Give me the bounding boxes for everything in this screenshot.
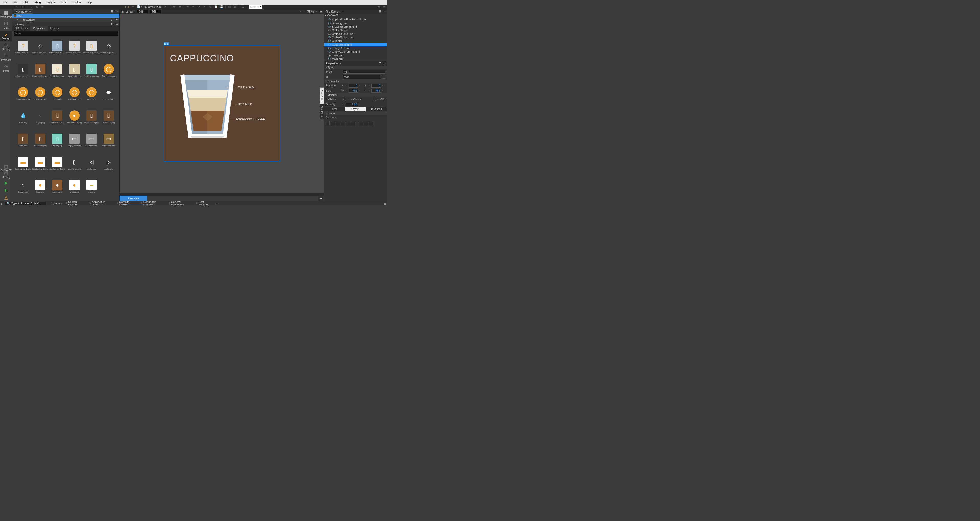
doc-next-icon[interactable]: › — [128, 5, 129, 9]
nav-back-icon[interactable]: ← — [15, 5, 19, 9]
save-icon[interactable]: 💾 — [220, 5, 223, 9]
resource-item[interactable]: ●white.png — [66, 177, 83, 196]
output-tab[interactable]: 1 Issues — [51, 200, 62, 206]
resource-item[interactable]: ○brown.png — [15, 177, 32, 196]
redo-icon[interactable]: ↷ — [192, 5, 195, 9]
resource-item[interactable]: ▯coffee_cup_back.png — [49, 38, 66, 57]
tool-1-icon[interactable]: ▭ — [172, 5, 176, 9]
fs-tool-icon[interactable]: ⊞ — [379, 10, 381, 13]
section-layout[interactable]: Layout — [324, 111, 387, 115]
locator-input[interactable]: 🔍 Type to locate (Ctrl+K) — [5, 202, 46, 205]
toggle-right-sidebar-icon[interactable]: ▯ — [384, 202, 386, 205]
doc-close-icon[interactable]: ✕ — [164, 5, 167, 9]
zoom-stepper[interactable]: ‹› — [316, 10, 318, 13]
doc-prev-icon[interactable]: ‹ — [125, 5, 126, 9]
text-editor-tab[interactable]: Text Editor — [320, 104, 324, 119]
nav-fwd-icon[interactable]: → — [20, 5, 24, 9]
expand-icon[interactable]: ▸ — [18, 19, 18, 21]
type-field[interactable]: Item — [342, 70, 385, 74]
section-type[interactable]: Type — [324, 65, 387, 69]
copy-icon[interactable]: ⧉ — [208, 5, 212, 9]
tool-2-icon[interactable]: ▭ — [178, 5, 181, 9]
menu-edit[interactable]: Edit — [10, 0, 19, 4]
nav-close-icon[interactable]: ▭ — [115, 10, 118, 13]
x-field[interactable]: 0 — [348, 84, 359, 88]
navigator-child-item[interactable]: ▸ rectangle ⤴ 👁 — [12, 18, 119, 22]
canvas-tool-1-icon[interactable]: ⊞ — [121, 10, 124, 13]
undo-icon[interactable]: ↶ — [186, 5, 189, 9]
anchor-vcenter-button[interactable] — [351, 121, 355, 125]
resource-item[interactable]: ▯americano.png — [49, 107, 66, 127]
nav-tool-icon[interactable]: ⊞ — [111, 10, 113, 13]
tab-resources[interactable]: Resources — [30, 26, 48, 31]
mode-design[interactable]: Design — [0, 31, 12, 41]
menu-file[interactable]: File — [1, 0, 10, 4]
resource-item[interactable]: ▯latte.png — [15, 131, 32, 150]
resource-item[interactable]: 💧milk.png — [15, 107, 32, 127]
refresh-icon[interactable]: ⟳ — [197, 5, 201, 9]
output-tab[interactable]: 2 Search Results — [65, 200, 86, 206]
menu-window[interactable]: Window — [69, 0, 83, 4]
resource-item[interactable]: ▯liquid_coffee.png — [32, 61, 49, 80]
form-editor-tab[interactable]: Form Editor — [320, 87, 324, 104]
navigator-dropdown[interactable]: Navigator — [14, 10, 32, 14]
resource-item[interactable]: ▯loading bg.png — [66, 154, 83, 173]
lib-tool-icon[interactable]: ⊞ — [111, 22, 113, 25]
toggle-sidebar-icon[interactable]: ▯ — [1, 202, 3, 205]
canvas-body[interactable]: root CAPPUCCINO — [120, 14, 324, 193]
section-geometry[interactable]: Geometry — [324, 79, 387, 83]
resource-item[interactable]: ▭fill_water.png — [83, 131, 100, 150]
resource-item[interactable]: ⬬coffee.png — [100, 84, 117, 104]
split-icon[interactable]: ▭ — [377, 5, 381, 9]
fs-close-icon[interactable]: ▭ — [383, 10, 385, 13]
close-panel-icon[interactable]: ▭ — [382, 5, 386, 9]
paste-icon[interactable]: 📋 — [214, 5, 218, 9]
nav-plus-icon[interactable]: ⊞ — [35, 5, 39, 9]
file-tree-row[interactable]: ⎔EmptyCup.qml — [324, 46, 387, 50]
anchor-left-button[interactable] — [336, 121, 340, 125]
tab-item[interactable]: Item — [324, 107, 345, 111]
anchor-top-button[interactable] — [326, 121, 330, 125]
project-root-row[interactable]: ▾ Coffee02 — [324, 14, 387, 17]
export-icon[interactable]: ⤴ — [111, 18, 113, 21]
library-filter[interactable]: Filter — [14, 32, 118, 36]
library-dropdown[interactable]: Library — [14, 22, 29, 26]
nav-up-icon[interactable]: ↑ — [25, 5, 29, 9]
file-tree-row[interactable]: ⎔BrewingForm.ui.qml — [324, 25, 387, 29]
snap-icon[interactable]: ⊞ — [241, 5, 245, 9]
canvas-opt-icon[interactable]: ‹› — [303, 10, 305, 13]
mode-edit[interactable]: Edit — [0, 20, 12, 31]
tab-layout[interactable]: Layout — [345, 107, 366, 111]
resource-item[interactable]: ▭reference.png — [100, 131, 117, 150]
file-tree-row[interactable]: ▭Coffee02.pro — [324, 29, 387, 32]
file-tree-row[interactable]: ⎔Cup.qml — [324, 39, 387, 43]
canvas-close-icon[interactable]: ▭ — [320, 10, 322, 13]
anchor-center-button[interactable] — [364, 121, 368, 125]
resource-item[interactable]: ▯espresso.png — [100, 107, 117, 127]
design-root-item[interactable]: CAPPUCCINO MILK FOAM — [164, 45, 280, 161]
mode-debug[interactable]: Debug — [0, 41, 12, 52]
resource-item[interactable]: ◁white.png — [83, 154, 100, 173]
isvisible-checkbox[interactable]: ✓ — [342, 98, 345, 101]
resource-item[interactable]: ▫sugar.png — [32, 107, 49, 127]
cut-icon[interactable]: ✂ — [203, 5, 207, 9]
canvas-color-icon[interactable]: ▪ — [300, 10, 301, 13]
resource-item[interactable]: ?coffee_cup_coverplat... — [66, 38, 83, 57]
canvas-width-field[interactable]: 768 — [137, 10, 148, 13]
menu-debug[interactable]: Debug — [30, 0, 43, 4]
id-annotation-icon[interactable] — [382, 75, 385, 78]
mode-welcome[interactable]: Welcome — [0, 9, 12, 20]
resource-item[interactable]: ◯Americano.png — [100, 61, 117, 80]
add-state-button[interactable]: + — [318, 196, 324, 201]
doc-list-icon[interactable]: ▾ — [131, 5, 135, 9]
y-field[interactable]: 0 — [371, 84, 382, 88]
mode-help[interactable]: ?Help — [0, 63, 12, 74]
resource-item[interactable]: ◯Latte.png — [49, 84, 66, 104]
output-tab[interactable]: 3 Application Output — [89, 200, 113, 206]
build-button[interactable] — [0, 194, 12, 201]
resource-item[interactable]: ▯macchiato.png — [32, 131, 49, 150]
anchor-fill-button[interactable] — [346, 121, 350, 125]
resource-item[interactable]: ▯liquid_milk.png — [66, 61, 83, 80]
outputs-more-icon[interactable]: ‹› — [215, 202, 217, 205]
output-tab[interactable]: 8 Test Results — [196, 200, 213, 206]
